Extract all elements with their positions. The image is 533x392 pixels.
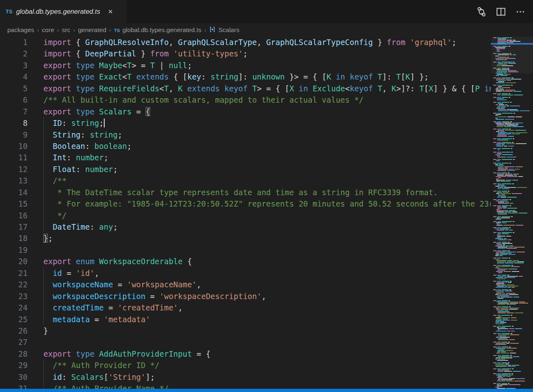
- minimap-line: [493, 90, 533, 90]
- open-changes-icon[interactable]: [476, 6, 487, 17]
- minimap-line: [493, 188, 533, 189]
- code-line[interactable]: 23 workspaceDescription = 'workspaceDesc…: [0, 291, 491, 302]
- line-number: 16: [0, 210, 28, 221]
- code-line[interactable]: 2import { DeepPartial } from 'utility-ty…: [0, 48, 491, 59]
- minimap-line: [493, 141, 533, 142]
- more-actions-icon[interactable]: [515, 6, 526, 17]
- minimap-line: [493, 143, 533, 144]
- close-tab-icon[interactable]: ✕: [108, 8, 113, 15]
- minimap-line: [493, 355, 533, 356]
- line-number: 3: [0, 60, 28, 71]
- minimap-line: [493, 224, 533, 224]
- code-line[interactable]: 4export type Exact<T extends { [key: str…: [0, 71, 491, 82]
- breadcrumb-item-core[interactable]: core: [42, 26, 54, 34]
- code-line[interactable]: 21 id = 'id',: [0, 267, 491, 279]
- code-line[interactable]: 24 createdTime = 'createdTime',: [0, 302, 491, 313]
- minimap-line: [493, 74, 533, 75]
- line-number: 4: [0, 71, 28, 82]
- code-text: Int: number;: [43, 152, 108, 163]
- code-text: };: [43, 233, 53, 244]
- code-text: export type Scalars = {: [43, 106, 150, 117]
- minimap-line: [493, 286, 533, 286]
- minimap-line: [493, 204, 533, 205]
- minimap-line: [493, 147, 533, 148]
- minimap-line: [493, 249, 533, 250]
- tab-global-db-types[interactable]: TS global.db.types.generated.ts ✕: [0, 0, 127, 23]
- code-line[interactable]: 12 Float: number;: [0, 164, 491, 175]
- code-line[interactable]: 5export type RequireFields<T, K extends …: [0, 83, 491, 94]
- code-line[interactable]: 9 String: string;: [0, 129, 491, 140]
- code-text: workspaceName = 'workspaceName',: [43, 279, 201, 290]
- minimap-line: [493, 248, 533, 249]
- code-line[interactable]: 7export type Scalars = {: [0, 106, 491, 117]
- minimap-line: [493, 371, 533, 372]
- minimap-line: [493, 196, 533, 196]
- code-line[interactable]: 27: [0, 336, 491, 348]
- minimap-line: [493, 192, 533, 193]
- code-line[interactable]: 15 * For example: "1985-04-12T23:20:50.5…: [0, 198, 491, 209]
- code-line[interactable]: 31 /** Auth Provider Name */: [0, 383, 491, 389]
- line-number: 24: [0, 302, 28, 313]
- minimap-line: [493, 140, 533, 140]
- code-line[interactable]: 20export enum WorkspaceOrderable {: [0, 256, 491, 267]
- minimap-line: [493, 282, 533, 283]
- minimap-line: [493, 259, 533, 260]
- code-line[interactable]: 6/** All built-in and custom scalars, ma…: [0, 94, 491, 106]
- code-line[interactable]: 28export type AddAuthProviderInput = {: [0, 348, 491, 360]
- code-line[interactable]: 25 metadata = 'metadata': [0, 314, 491, 325]
- minimap-line: [493, 375, 533, 375]
- code-line[interactable]: 19: [0, 244, 491, 256]
- minimap-line: [493, 235, 533, 235]
- minimap-line: [493, 166, 533, 167]
- minimap-line: [493, 322, 533, 323]
- code-line[interactable]: 29 /** Auth Provider ID */: [0, 360, 491, 371]
- minimap-line: [493, 142, 533, 143]
- minimap-line: [493, 126, 533, 127]
- minimap-line: [493, 108, 533, 109]
- minimap-line: [493, 121, 533, 122]
- minimap-line: [493, 129, 533, 129]
- breadcrumb-item-symbol[interactable]: Scalars: [209, 26, 239, 34]
- minimap-line: [493, 170, 533, 171]
- minimap-line: [493, 76, 533, 77]
- code-line[interactable]: 17 DateTime: any;: [0, 221, 491, 233]
- split-editor-icon[interactable]: [496, 6, 506, 17]
- code-line[interactable]: 10 Boolean: boolean;: [0, 140, 491, 152]
- code-line[interactable]: 3export type Maybe<T> = T | null;: [0, 60, 491, 71]
- breadcrumb-item-src[interactable]: src: [62, 26, 71, 34]
- breadcrumb-item-packages[interactable]: packages: [7, 26, 34, 34]
- breadcrumb-item-generated[interactable]: generated: [78, 26, 106, 34]
- code-line[interactable]: 18};: [0, 233, 491, 244]
- minimap-line: [493, 347, 533, 347]
- code-line[interactable]: 1import { GraphQLResolveInfo, GraphQLSca…: [0, 37, 491, 48]
- typescript-file-icon: TS: [6, 9, 13, 15]
- minimap-line: [493, 159, 533, 160]
- minimap-line: [493, 370, 533, 370]
- minimap-line: [493, 264, 533, 265]
- breadcrumb-item-file[interactable]: TSglobal.db.types.generated.ts: [114, 26, 201, 34]
- chevron-right-icon: ›: [109, 26, 111, 33]
- minimap-line: [493, 284, 533, 285]
- minimap-line: [493, 243, 533, 244]
- code-line[interactable]: 14 * The DateTime scalar type represents…: [0, 187, 491, 198]
- code-editor[interactable]: 1import { GraphQLResolveInfo, GraphQLSca…: [0, 37, 491, 389]
- minimap-line: [493, 190, 533, 190]
- code-line[interactable]: 22 workspaceName = 'workspaceName',: [0, 279, 491, 290]
- minimap-line: [493, 134, 533, 134]
- code-line[interactable]: 26}: [0, 325, 491, 336]
- minimap-line: [493, 359, 533, 360]
- code-line[interactable]: 30 id: Scalars['String'];: [0, 371, 491, 383]
- code-line[interactable]: 16 */: [0, 210, 491, 221]
- minimap-line: [493, 152, 533, 153]
- code-text: /** Auth Provider ID */: [43, 360, 159, 371]
- minimap[interactable]: [491, 37, 533, 389]
- minimap-line: [493, 319, 533, 319]
- minimap-line: [493, 171, 533, 172]
- minimap-line: [493, 231, 533, 232]
- code-line[interactable]: 11 Int: number;: [0, 152, 491, 163]
- line-number: 20: [0, 256, 28, 267]
- minimap-line: [493, 232, 533, 233]
- minimap-line: [493, 238, 533, 239]
- code-line[interactable]: 13 /**: [0, 175, 491, 186]
- code-line[interactable]: 8 ID: string;: [0, 117, 491, 129]
